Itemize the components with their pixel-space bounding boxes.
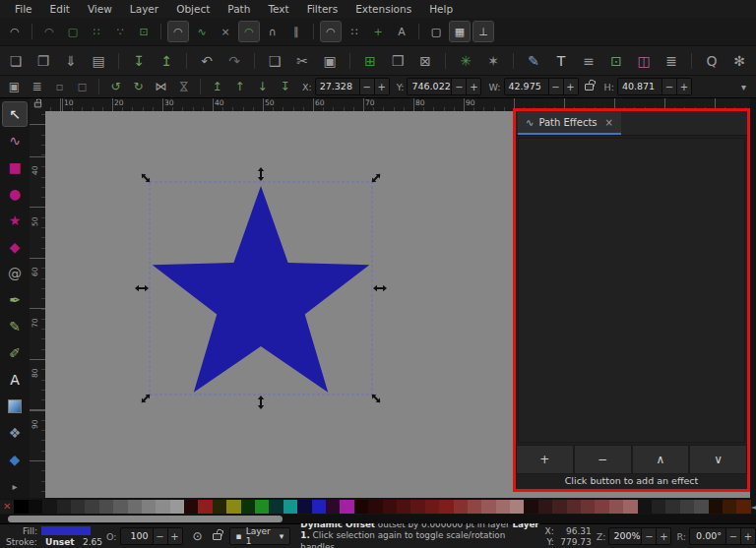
cut-button[interactable]: ✂	[290, 49, 314, 73]
snap-guides-button[interactable]: ⊥	[472, 21, 494, 42]
calligraphy-tool[interactable]: ✐	[2, 340, 28, 366]
palette-swatch[interactable]	[439, 500, 453, 514]
palette-swatch[interactable]	[595, 500, 608, 514]
select-original-button[interactable]: ✳	[454, 49, 477, 73]
layer-visibility-icon[interactable]: ⊙	[193, 529, 203, 543]
h-decrease-button[interactable]: −	[662, 78, 677, 95]
palette-swatch[interactable]	[454, 500, 468, 514]
handle-right[interactable]	[373, 285, 387, 291]
toolbar-overflow-arrow[interactable]: ▾	[741, 82, 746, 92]
handle-top[interactable]	[258, 167, 264, 181]
spiral-tool[interactable]: @	[2, 261, 28, 286]
snap-midpoints-button[interactable]: ∥	[285, 21, 307, 42]
snap-bbox-edges-button[interactable]: ▢	[62, 21, 84, 42]
palette-swatch[interactable]	[723, 500, 736, 514]
palette-swatch[interactable]	[57, 500, 71, 514]
zoom-input[interactable]: 200%	[608, 527, 642, 545]
text-dialog-button[interactable]: T	[549, 49, 573, 73]
palette-swatch[interactable]	[609, 500, 623, 514]
node-tool[interactable]: ∿	[2, 128, 28, 153]
palette-swatch[interactable]	[198, 500, 212, 514]
snap-bounding-box-button[interactable]: ◠	[38, 21, 60, 42]
palette-swatch[interactable]	[255, 500, 269, 514]
lower-to-bottom-button[interactable]: ↧	[275, 77, 295, 96]
save-document-button[interactable]: ⇓	[59, 49, 83, 73]
fill-stroke-dialog-button[interactable]: ✎	[522, 49, 545, 73]
palette-swatch[interactable]	[226, 500, 240, 514]
palette-swatch[interactable]	[184, 500, 198, 514]
select-same-button[interactable]: ✶	[481, 49, 505, 73]
handle-bottom[interactable]	[258, 396, 264, 409]
unlink-clone-button[interactable]: ⊠	[413, 49, 437, 73]
xml-editor-button[interactable]: ⊡	[604, 49, 628, 73]
palette-swatch[interactable]	[496, 500, 510, 514]
palette-swatch[interactable]	[709, 500, 723, 514]
snap-text-baselines-button[interactable]: A	[391, 21, 412, 42]
snap-rotation-centers-button[interactable]: +	[367, 21, 389, 42]
rotate-90-ccw-button[interactable]: ↺	[105, 77, 126, 96]
raise-button[interactable]: ↑	[229, 77, 250, 96]
snap-others-button[interactable]: ◠	[320, 21, 342, 42]
palette-swatch[interactable]	[468, 500, 481, 514]
layer-selector-dropdown[interactable]: ▪ Layer 1 ▾	[229, 527, 291, 545]
palette-swatch[interactable]	[410, 500, 424, 514]
palette-swatch[interactable]	[652, 500, 665, 514]
top-ruler[interactable]: 102030405060708090	[45, 98, 750, 111]
star-tool[interactable]: ★	[2, 208, 28, 233]
raise-to-top-button[interactable]: ↥	[207, 77, 227, 96]
layer-lock-icon[interactable]	[213, 529, 221, 543]
open-document-button[interactable]: ❐	[32, 49, 55, 73]
left-ruler[interactable]: 405060708090	[30, 111, 45, 498]
mesh-tool[interactable]: ❖	[2, 420, 28, 446]
palette-swatch[interactable]	[340, 500, 353, 514]
ruler-lock-corner[interactable]	[30, 98, 45, 111]
duplicate-button[interactable]: ⊞	[358, 49, 382, 73]
palette-swatch[interactable]	[113, 500, 127, 514]
scrollbar-thumb[interactable]	[8, 516, 283, 522]
rectangle-tool[interactable]: ■	[2, 154, 28, 180]
snap-bbox-centers-button[interactable]: ⊡	[133, 21, 155, 42]
palette-swatch[interactable]	[85, 500, 98, 514]
create-clone-button[interactable]: ❒	[386, 49, 410, 73]
snap-bbox-corners-button[interactable]: ∷	[86, 21, 107, 42]
snap-page-border-button[interactable]: ▢	[425, 21, 447, 42]
layers-dialog-button[interactable]: ≡	[577, 49, 600, 73]
select-all-button[interactable]: ▣	[4, 77, 25, 96]
x-input[interactable]: 27.328	[315, 78, 360, 95]
opacity-decrease-button[interactable]: −	[154, 527, 168, 545]
menu-file[interactable]: File	[6, 1, 41, 17]
w-decrease-button[interactable]: −	[549, 78, 564, 95]
palette-swatch[interactable]	[213, 500, 226, 514]
handle-left[interactable]	[135, 285, 149, 291]
toggle-selection-box-button[interactable]: ◻	[72, 77, 93, 96]
palette-scroll-left-arrow[interactable]: ◄	[751, 503, 756, 512]
snap-smooth-nodes-button[interactable]: ∩	[262, 21, 284, 42]
menu-layer[interactable]: Layer	[121, 1, 167, 17]
move-effect-down-button[interactable]: ∨	[689, 445, 747, 474]
toolbox-overflow-arrow[interactable]: ▸	[12, 481, 17, 492]
selector-tool[interactable]: ↖	[2, 101, 28, 127]
paste-button[interactable]: ▣	[318, 49, 342, 73]
lower-button[interactable]: ↓	[252, 77, 273, 96]
palette-swatch[interactable]	[128, 500, 142, 514]
box3d-tool[interactable]: ◆	[2, 234, 28, 260]
palette-swatch[interactable]	[241, 500, 255, 514]
palette-swatch[interactable]	[524, 500, 537, 514]
menu-object[interactable]: Object	[167, 1, 219, 17]
snap-paths-button[interactable]: ∿	[191, 21, 213, 42]
x-decrease-button[interactable]: −	[360, 78, 375, 95]
text-tool[interactable]: A	[2, 367, 28, 393]
palette-swatch[interactable]	[665, 500, 679, 514]
star-shape[interactable]	[153, 186, 370, 393]
palette-swatch[interactable]	[312, 500, 326, 514]
snap-toggle-button[interactable]: ◠	[4, 21, 26, 42]
add-effect-button[interactable]: +	[516, 445, 574, 474]
gradient-tool[interactable]	[2, 394, 28, 419]
tab-path-effects[interactable]: ∿ Path Effects ×	[518, 111, 621, 135]
rotation-decrease-button[interactable]: −	[726, 527, 741, 545]
effect-list[interactable]	[518, 138, 745, 443]
menu-edit[interactable]: Edit	[41, 1, 79, 17]
rotation-increase-button[interactable]: +	[741, 527, 756, 545]
dropper-tool[interactable]: ◆	[2, 447, 28, 472]
palette-swatch[interactable]	[71, 500, 85, 514]
